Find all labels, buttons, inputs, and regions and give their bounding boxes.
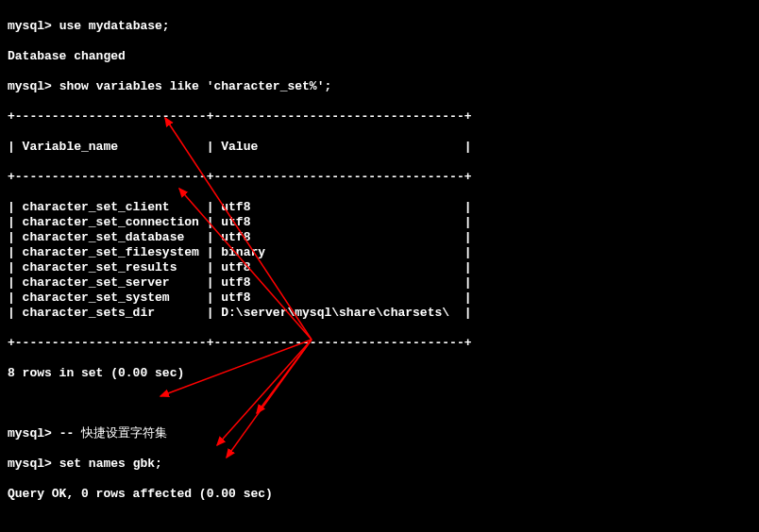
table-row: | character_set_connection | utf8 | [8, 215, 751, 230]
table-row: | character_sets_dir | D:\server\mysql\s… [8, 306, 751, 321]
table-header: | Variable_name | Value | [8, 140, 751, 155]
cmd-line[interactable]: mysql> use mydatabase; [8, 19, 751, 34]
table-border: +--------------------------+------------… [8, 109, 751, 125]
table-row: | character_set_filesystem | binary | [8, 245, 751, 260]
status-line: Query OK, 0 rows affected (0.00 sec) [8, 487, 751, 502]
table-border: +--------------------------+------------… [8, 336, 751, 351]
table-row: | character_set_system | utf8 | [8, 291, 751, 306]
table-row: | character_set_client | utf8 | [8, 200, 751, 215]
table-row: | character_set_database | utf8 | [8, 230, 751, 245]
cmd-line[interactable]: mysql> set names gbk; [8, 457, 751, 472]
table-row: | character_set_results | utf8 | [8, 260, 751, 275]
terminal-output: mysql> use mydatabase; Database changed … [0, 0, 759, 532]
cmd-line[interactable]: mysql> show variables like 'character_se… [8, 79, 751, 94]
table-row: | character_set_server | utf8 | [8, 275, 751, 291]
table-border: +--------------------------+------------… [8, 170, 751, 185]
cmd-line[interactable]: mysql> -- 快捷设置字符集 [8, 426, 751, 441]
status-line: Database changed [8, 49, 751, 64]
status-line: 8 rows in set (0.00 sec) [8, 366, 751, 381]
